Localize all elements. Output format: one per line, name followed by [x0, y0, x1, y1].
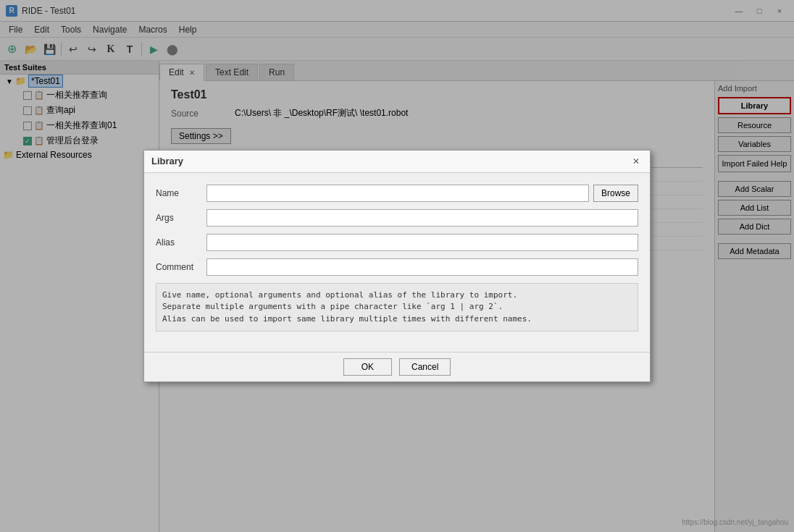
info-line2: Separate multiple arguments with a pipe …	[162, 301, 632, 313]
browse-button[interactable]: Browse	[593, 185, 638, 202]
alias-row: Alias	[156, 234, 638, 251]
comment-label: Comment	[156, 262, 206, 272]
alias-label: Alias	[156, 237, 206, 248]
dialog-title: Library	[151, 156, 183, 166]
info-line1: Give name, optional arguments and option…	[162, 290, 632, 302]
comment-input[interactable]	[206, 258, 638, 276]
dialog-footer: OK Cancel	[144, 352, 650, 381]
info-line3: Alias can be used to import same library…	[162, 313, 632, 326]
args-input[interactable]	[206, 209, 638, 227]
cancel-button[interactable]: Cancel	[399, 358, 451, 376]
dialog-titlebar: Library ✕	[144, 151, 650, 173]
args-label: Args	[156, 213, 206, 223]
alias-input[interactable]	[206, 234, 638, 251]
dialog-info: Give name, optional arguments and option…	[156, 283, 638, 332]
comment-row: Comment	[156, 258, 638, 276]
name-row: Name Browse	[156, 185, 638, 202]
dialog-overlay: Library ✕ Name Browse Args Alias	[0, 0, 794, 532]
name-input[interactable]	[206, 185, 589, 202]
name-label: Name	[156, 188, 206, 198]
ok-button[interactable]: OK	[343, 358, 392, 376]
args-row: Args	[156, 209, 638, 227]
library-dialog: Library ✕ Name Browse Args Alias	[143, 150, 651, 383]
dialog-body: Name Browse Args Alias Comment	[144, 173, 650, 352]
dialog-close-button[interactable]: ✕	[630, 155, 643, 168]
